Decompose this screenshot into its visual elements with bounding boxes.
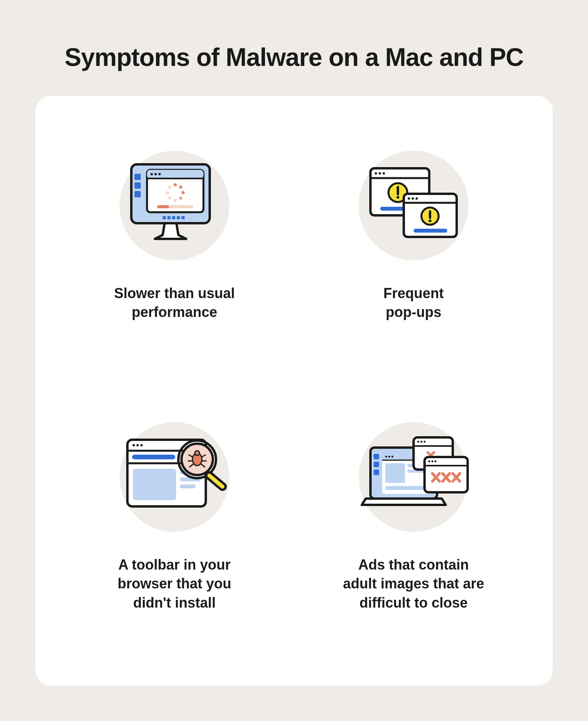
svg-point-84 — [423, 441, 425, 442]
svg-point-36 — [408, 197, 410, 200]
svg-rect-48 — [132, 455, 175, 459]
symptom-label: A toolbar in your browser that you didn'… — [118, 555, 231, 613]
svg-point-8 — [154, 173, 157, 175]
svg-rect-54 — [180, 484, 196, 488]
svg-point-28 — [379, 172, 381, 175]
svg-rect-21 — [167, 216, 171, 219]
svg-point-58 — [195, 451, 200, 455]
svg-point-82 — [417, 441, 419, 442]
symptom-label: Frequent pop-ups — [383, 284, 444, 322]
symptom-slow: Slower than usual performance — [112, 143, 237, 322]
svg-rect-65 — [205, 471, 227, 491]
svg-point-15 — [168, 197, 171, 200]
svg-rect-78 — [374, 462, 379, 467]
symptom-label: Slower than usual performance — [114, 284, 235, 322]
page-title: Symptoms of Malware on a Mac and PC — [35, 43, 553, 72]
svg-rect-77 — [374, 454, 379, 459]
svg-point-27 — [375, 172, 377, 175]
svg-point-37 — [412, 197, 414, 200]
svg-rect-20 — [163, 216, 166, 219]
svg-point-16 — [166, 191, 169, 194]
svg-point-10 — [174, 183, 177, 186]
svg-rect-24 — [181, 216, 185, 219]
svg-rect-87 — [425, 457, 468, 492]
svg-point-91 — [434, 460, 436, 462]
svg-point-13 — [179, 197, 182, 200]
svg-point-71 — [388, 455, 390, 457]
symptom-label: Ads that contain adult images that are d… — [343, 555, 484, 613]
svg-rect-23 — [177, 216, 180, 219]
svg-point-41 — [429, 219, 432, 222]
svg-rect-79 — [374, 470, 379, 475]
svg-point-12 — [181, 191, 185, 194]
svg-rect-19 — [157, 205, 169, 208]
svg-point-83 — [420, 441, 422, 442]
popup-warning-icon — [351, 143, 476, 268]
svg-rect-42 — [414, 229, 447, 233]
svg-point-7 — [151, 173, 153, 175]
svg-point-9 — [158, 173, 161, 175]
svg-rect-1 — [134, 174, 141, 180]
svg-point-17 — [168, 186, 171, 189]
svg-point-11 — [179, 186, 182, 189]
symptom-toolbar: A toolbar in your browser that you didn'… — [112, 414, 237, 613]
symptom-ads: Ads that contain adult images that are d… — [343, 414, 484, 613]
toolbar-magnify-icon — [112, 414, 237, 540]
svg-point-47 — [140, 444, 143, 446]
svg-point-14 — [174, 199, 177, 202]
svg-point-29 — [383, 172, 385, 175]
svg-point-46 — [136, 444, 139, 446]
svg-point-45 — [132, 444, 135, 446]
svg-rect-22 — [172, 216, 175, 219]
slow-computer-icon — [112, 143, 237, 268]
svg-rect-76 — [385, 486, 429, 490]
svg-point-70 — [385, 455, 387, 457]
svg-rect-73 — [385, 463, 405, 483]
svg-rect-51 — [133, 469, 176, 500]
infographic-page: Symptoms of Malware on a Mac and PC — [0, 0, 588, 721]
svg-point-90 — [431, 460, 433, 462]
symptom-popups: Frequent pop-ups — [351, 143, 476, 322]
svg-point-32 — [397, 196, 399, 198]
laptop-ads-icon — [351, 414, 476, 540]
svg-rect-3 — [134, 191, 141, 197]
svg-point-72 — [391, 455, 393, 457]
svg-point-89 — [428, 460, 430, 462]
svg-point-38 — [416, 197, 418, 200]
svg-rect-2 — [134, 182, 141, 189]
symptoms-card: Slower than usual performance — [35, 96, 553, 686]
